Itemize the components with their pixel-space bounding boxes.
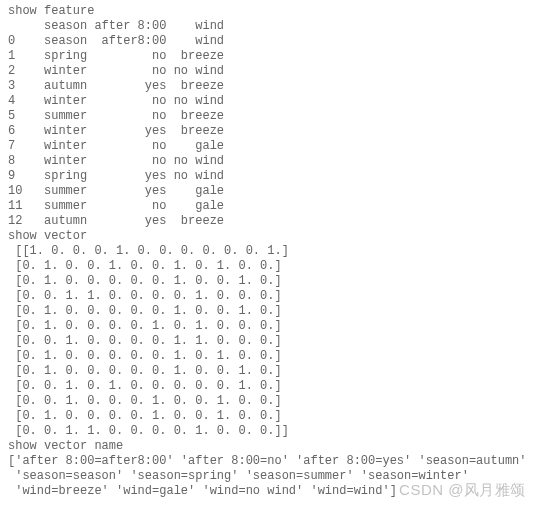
feature-columns: season after 8:00 wind <box>8 19 532 34</box>
vector-row-9: [0. 0. 1. 0. 1. 0. 0. 0. 0. 0. 1. 0.] <box>8 379 532 394</box>
feature-row-12: 12 autumn yes breeze <box>8 214 532 229</box>
vector-row-0: [[1. 0. 0. 0. 1. 0. 0. 0. 0. 0. 0. 1.] <box>8 244 532 259</box>
feature-row-4: 4 winter no no wind <box>8 94 532 109</box>
vector-row-7: [0. 1. 0. 0. 0. 0. 0. 1. 0. 1. 0. 0.] <box>8 349 532 364</box>
console-output: show feature season after 8:00 wind0 sea… <box>8 4 532 499</box>
vector-row-8: [0. 1. 0. 0. 0. 0. 0. 1. 0. 0. 1. 0.] <box>8 364 532 379</box>
vector-row-10: [0. 0. 1. 0. 0. 0. 1. 0. 0. 1. 0. 0.] <box>8 394 532 409</box>
vector-row-6: [0. 0. 1. 0. 0. 0. 0. 1. 1. 0. 0. 0.] <box>8 334 532 349</box>
vector-row-1: [0. 1. 0. 0. 1. 0. 0. 1. 0. 1. 0. 0.] <box>8 259 532 274</box>
feature-row-3: 3 autumn yes breeze <box>8 79 532 94</box>
vector-row-11: [0. 1. 0. 0. 0. 0. 1. 0. 0. 1. 0. 0.] <box>8 409 532 424</box>
feature-row-1: 1 spring no breeze <box>8 49 532 64</box>
vector-row-12: [0. 0. 1. 1. 0. 0. 0. 0. 1. 0. 0. 0.]] <box>8 424 532 439</box>
vector-row-4: [0. 1. 0. 0. 0. 0. 0. 1. 0. 0. 1. 0.] <box>8 304 532 319</box>
vector-row-5: [0. 1. 0. 0. 0. 0. 1. 0. 1. 0. 0. 0.] <box>8 319 532 334</box>
feature-row-8: 8 winter no no wind <box>8 154 532 169</box>
feature-row-7: 7 winter no gale <box>8 139 532 154</box>
feature-row-9: 9 spring yes no wind <box>8 169 532 184</box>
vector-row-3: [0. 0. 1. 1. 0. 0. 0. 0. 1. 0. 0. 0.] <box>8 289 532 304</box>
feature-row-2: 2 winter no no wind <box>8 64 532 79</box>
names-line-2: 'wind=breeze' 'wind=gale' 'wind=no wind'… <box>8 484 532 499</box>
feature-row-6: 6 winter yes breeze <box>8 124 532 139</box>
feature-row-0: 0 season after8:00 wind <box>8 34 532 49</box>
vector-heading: show vector <box>8 229 532 244</box>
feature-row-10: 10 summer yes gale <box>8 184 532 199</box>
names-heading: show vector name <box>8 439 532 454</box>
names-line-1: 'season=season' 'season=spring' 'season=… <box>8 469 532 484</box>
feature-row-11: 11 summer no gale <box>8 199 532 214</box>
names-line-0: ['after 8:00=after8:00' 'after 8:00=no' … <box>8 454 532 469</box>
feature-row-5: 5 summer no breeze <box>8 109 532 124</box>
feature-heading: show feature <box>8 4 532 19</box>
vector-row-2: [0. 1. 0. 0. 0. 0. 0. 1. 0. 0. 1. 0.] <box>8 274 532 289</box>
